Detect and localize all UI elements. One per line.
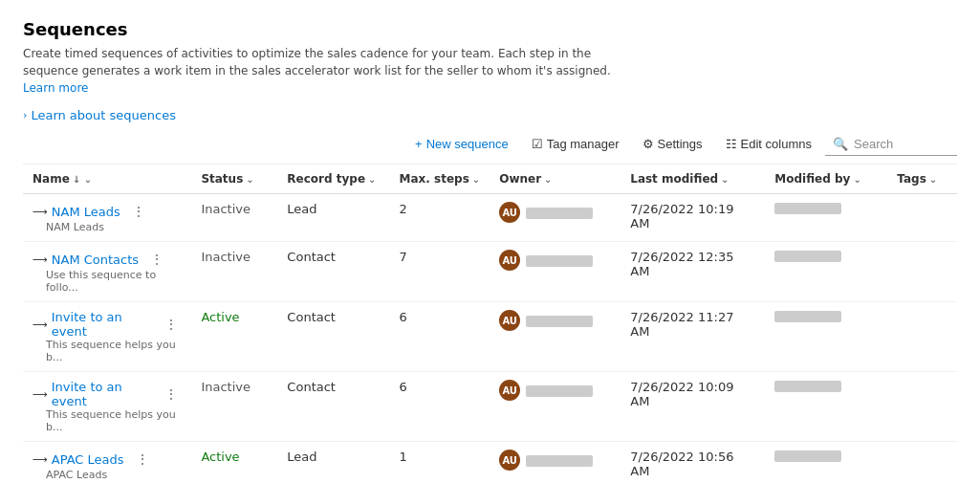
cell-modified-1: 7/26/2022 12:35 AM [621, 242, 765, 302]
cell-modby-3 [765, 372, 887, 442]
table-row: ⟶ NAM Contacts ⋮ Use this sequence to fo… [23, 242, 957, 302]
cell-tags-2 [887, 302, 957, 372]
settings-icon: ⚙ [642, 137, 654, 151]
avatar-2: AU [499, 310, 520, 331]
chevron-right-icon: › [23, 109, 27, 121]
avatar-4: AU [499, 450, 520, 471]
sort-icon-modified: ⌄ [721, 174, 729, 185]
tag-manager-button[interactable]: ☑ Tag manager [522, 132, 629, 156]
status-badge-1: Inactive [201, 250, 250, 264]
owner-name-3 [526, 385, 593, 397]
table-row: ⟶ NAM Leads ⋮ NAM Leads Inactive Lead 2 … [23, 194, 957, 242]
cell-status-3: Inactive [191, 372, 277, 442]
cell-modby-2 [765, 302, 887, 372]
col-header-modified-by[interactable]: Modified by ⌄ [765, 165, 887, 194]
new-sequence-button[interactable]: + New sequence [405, 132, 518, 156]
cell-owner-3: AU [490, 372, 621, 442]
cell-owner-0: AU [490, 194, 621, 242]
modby-name-4 [774, 450, 841, 462]
cell-steps-2: 6 [390, 302, 490, 372]
owner-name-0 [526, 208, 593, 219]
sequence-arrow-icon-0: ⟶ [33, 206, 48, 218]
col-header-owner[interactable]: Owner ⌄ [490, 165, 621, 194]
cell-steps-0: 2 [390, 194, 490, 242]
cell-steps-1: 7 [390, 242, 490, 302]
avatar-0: AU [499, 202, 520, 223]
row-desc-0: NAM Leads [33, 221, 182, 233]
edit-columns-button[interactable]: ☷ Edit columns [716, 132, 821, 156]
cell-record-3: Contact [277, 372, 389, 442]
status-badge-3: Inactive [201, 380, 250, 394]
sort-icon-steps: ⌄ [472, 174, 480, 185]
owner-name-4 [526, 455, 593, 467]
cell-owner-1: AU [490, 242, 621, 302]
settings-button[interactable]: ⚙ Settings [633, 132, 712, 156]
col-header-max-steps[interactable]: Max. steps ⌄ [390, 165, 490, 194]
cell-tags-3 [887, 372, 957, 442]
cell-modified-4: 7/26/2022 10:56 AM [621, 442, 765, 484]
cell-steps-3: 6 [390, 372, 490, 442]
sequence-arrow-icon-3: ⟶ [33, 388, 48, 401]
cell-modified-3: 7/26/2022 10:09 AM [621, 372, 765, 442]
row-desc-3: This sequence helps you b... [33, 408, 182, 433]
owner-name-1 [526, 255, 593, 267]
cell-record-1: Contact [277, 242, 389, 302]
modby-name-0 [774, 203, 841, 214]
row-more-btn-0[interactable]: ⋮ [128, 202, 149, 221]
sequence-arrow-icon-4: ⟶ [33, 453, 48, 466]
learn-about-sequences-link[interactable]: › Learn about sequences [23, 108, 176, 122]
row-more-btn-3[interactable]: ⋮ [161, 384, 182, 404]
owner-name-2 [526, 316, 593, 327]
cell-tags-0 [887, 194, 957, 242]
modby-name-3 [774, 381, 841, 392]
cell-record-4: Lead [277, 442, 389, 484]
cell-name-2: ⟶ Invite to an event ⋮ This sequence hel… [23, 302, 191, 372]
modby-name-2 [774, 311, 841, 322]
plus-icon: + [415, 137, 423, 151]
cell-modby-4 [765, 442, 887, 484]
sort-icon-record: ⌄ [368, 174, 376, 185]
toolbar: + New sequence ☑ Tag manager ⚙ Settings … [23, 122, 957, 165]
avatar-1: AU [499, 250, 520, 271]
sort-icon-owner: ⌄ [544, 174, 552, 185]
cell-name-4: ⟶ APAC Leads ⋮ APAC Leads [23, 442, 191, 484]
cell-tags-4 [887, 442, 957, 484]
cell-status-0: Inactive [191, 194, 277, 242]
sort-icon-tags: ⌄ [929, 174, 937, 185]
sequences-page: Sequences Create timed sequences of acti… [0, 0, 980, 483]
row-name-link-3[interactable]: Invite to an event [52, 380, 154, 408]
cell-status-1: Inactive [191, 242, 277, 302]
row-more-btn-2[interactable]: ⋮ [161, 315, 182, 334]
col-header-tags[interactable]: Tags ⌄ [887, 165, 957, 194]
cell-modified-2: 7/26/2022 11:27 AM [621, 302, 765, 372]
row-name-link-0[interactable]: NAM Leads [52, 205, 120, 219]
page-description: Create timed sequences of activities to … [23, 45, 616, 97]
row-name-link-4[interactable]: APAC Leads [52, 452, 124, 467]
sequences-table: Name ↓ ⌄ Status ⌄ Record type ⌄ [23, 165, 957, 483]
col-header-record-type[interactable]: Record type ⌄ [277, 165, 389, 194]
cell-record-0: Lead [277, 194, 389, 242]
row-name-link-2[interactable]: Invite to an event [52, 310, 154, 339]
row-name-link-1[interactable]: NAM Contacts [52, 252, 139, 267]
row-more-btn-1[interactable]: ⋮ [146, 250, 167, 269]
row-more-btn-4[interactable]: ⋮ [132, 450, 153, 469]
row-desc-4: APAC Leads [33, 469, 182, 481]
col-header-name[interactable]: Name ↓ ⌄ [23, 165, 191, 194]
table-row: ⟶ Invite to an event ⋮ This sequence hel… [23, 372, 957, 442]
cell-modby-1 [765, 242, 887, 302]
status-badge-2: Active [201, 310, 239, 324]
search-box[interactable]: 🔍 [825, 133, 957, 156]
table-body: ⟶ NAM Leads ⋮ NAM Leads Inactive Lead 2 … [23, 194, 957, 484]
col-header-last-modified[interactable]: Last modified ⌄ [621, 165, 765, 194]
row-desc-2: This sequence helps you b... [33, 339, 182, 363]
cell-owner-4: AU [490, 442, 621, 484]
columns-icon: ☷ [726, 137, 737, 151]
search-input[interactable] [854, 137, 949, 151]
cell-modby-0 [765, 194, 887, 242]
learn-more-link[interactable]: Learn more [23, 81, 88, 95]
page-title: Sequences [23, 19, 957, 39]
col-header-status[interactable]: Status ⌄ [191, 165, 277, 194]
avatar-3: AU [499, 380, 520, 401]
cell-tags-1 [887, 242, 957, 302]
cell-name-1: ⟶ NAM Contacts ⋮ Use this sequence to fo… [23, 242, 191, 302]
